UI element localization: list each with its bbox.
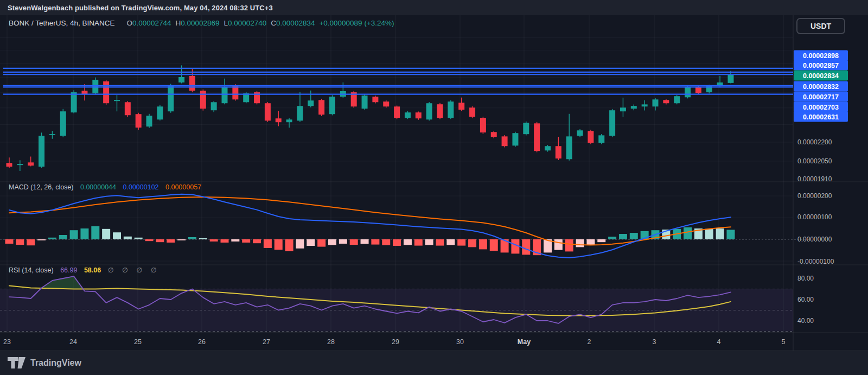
macd-histogram-bar-positive <box>188 237 196 239</box>
macd-histogram-bar-negative <box>221 239 229 243</box>
macd-histogram-bar-positive <box>135 238 143 239</box>
candle <box>211 102 217 110</box>
candle <box>469 107 475 117</box>
symbol-header: BONK / TetherUS, 4h, BINANCEO0.00002744H… <box>9 19 394 27</box>
macd-header: MACD (12, 26, close) 0.00000044 0.000001… <box>9 183 206 191</box>
candle <box>480 118 486 132</box>
macd-histogram-bar-negative <box>16 239 24 245</box>
macd-histogram-bar-negative <box>177 239 186 240</box>
macd-histogram-bar-negative <box>27 239 35 245</box>
candle <box>727 74 733 83</box>
candle <box>81 91 87 94</box>
tradingview-brand-text[interactable]: TradingView <box>30 358 81 368</box>
candle <box>663 100 669 103</box>
low-value: 0.00002740 <box>228 19 266 27</box>
candle <box>598 135 604 143</box>
candle <box>491 132 497 137</box>
rsi-ma-value: 58.06 <box>84 266 101 274</box>
macd-histogram-bar-negative <box>490 239 498 251</box>
currency-toggle-button[interactable]: USDT <box>796 18 845 34</box>
macd-histogram-bar-positive <box>70 230 78 239</box>
candle <box>566 136 572 159</box>
candle <box>372 97 378 102</box>
candle <box>512 133 518 145</box>
candle <box>545 146 551 150</box>
macd-histogram-bar-negative <box>156 239 164 242</box>
candle <box>609 110 615 136</box>
macd-histogram-bar-negative <box>393 239 401 246</box>
candle <box>502 136 508 146</box>
macd-histogram-bar-positive <box>684 227 692 239</box>
macd-histogram-value: 0.00000044 <box>80 183 116 191</box>
macd-histogram-bar-negative <box>37 239 46 240</box>
macd-histogram-bar-negative <box>361 239 369 244</box>
candle <box>60 111 66 136</box>
macd-histogram-bar-negative <box>167 239 175 243</box>
macd-line-value: 0.00000102 <box>123 183 159 191</box>
candle <box>178 77 184 82</box>
time-axis-scale[interactable] <box>0 333 793 351</box>
candle <box>383 101 389 106</box>
candle <box>232 86 238 99</box>
high-label: H <box>175 19 181 27</box>
candle <box>7 163 12 167</box>
rsi-empty-values: ∅ ∅ ∅ ∅ <box>108 266 160 274</box>
candle <box>674 96 680 103</box>
candle <box>200 91 206 109</box>
candle <box>653 99 659 106</box>
tradingview-logo-icon[interactable] <box>8 357 26 369</box>
macd-histogram-bar-negative <box>457 239 465 246</box>
candle <box>556 146 561 158</box>
open-value: 0.00002744 <box>132 19 171 27</box>
footer-bar: TradingView <box>0 351 868 375</box>
macd-histogram-bar-negative <box>145 239 154 241</box>
macd-histogram-bar-negative <box>404 239 412 245</box>
macd-histogram-bar-positive <box>608 237 616 239</box>
rsi-value: 66.99 <box>60 266 77 274</box>
macd-histogram-bar-negative <box>522 239 530 255</box>
candle <box>17 164 23 165</box>
macd-histogram-bar-positive <box>113 232 121 239</box>
candle <box>71 92 77 112</box>
macd-title: MACD (12, 26, close) <box>9 183 73 191</box>
candle <box>631 106 637 109</box>
candle <box>685 87 691 97</box>
macd-histogram-bar-positive <box>102 229 110 239</box>
candle <box>426 103 432 119</box>
macd-histogram-bar-negative <box>576 239 584 247</box>
macd-histogram-bar-negative <box>479 239 487 249</box>
candle <box>136 114 142 128</box>
macd-histogram-bar-positive <box>48 238 56 239</box>
candle <box>588 131 593 143</box>
price-axis-scale[interactable] <box>793 15 868 351</box>
candle <box>157 106 163 119</box>
macd-histogram-bar-negative <box>253 239 261 243</box>
candle <box>642 104 648 106</box>
macd-histogram-bar-negative <box>371 239 379 245</box>
candle <box>39 136 44 167</box>
candle <box>222 87 228 103</box>
macd-histogram-bar-negative <box>5 239 14 244</box>
candle <box>286 119 292 122</box>
macd-histogram-bar-negative <box>425 239 433 245</box>
macd-histogram-bar-negative <box>317 239 326 247</box>
macd-histogram-bar-positive <box>124 237 132 239</box>
close-label: C <box>271 19 276 27</box>
symbol-title: BONK / TetherUS, 4h, BINANCE <box>9 19 115 27</box>
macd-histogram-bar-negative <box>285 239 293 251</box>
attribution-bar: StevenWalgenbach published on TradingVie… <box>0 0 868 15</box>
candle <box>49 134 55 135</box>
high-value: 0.00002869 <box>181 19 219 27</box>
macd-histogram-bar-negative <box>339 239 347 244</box>
candle <box>308 100 314 106</box>
low-label: L <box>224 19 228 27</box>
macd-histogram-bar-positive <box>199 238 207 239</box>
macd-histogram-bar-negative <box>586 239 595 245</box>
macd-histogram-bar-negative <box>264 239 272 248</box>
macd-histogram-bar-negative <box>414 239 423 246</box>
macd-histogram-bar-positive <box>91 226 99 239</box>
macd-histogram-bar-negative <box>436 239 444 246</box>
close-value: 0.00002834 <box>276 19 315 27</box>
candle <box>416 112 422 118</box>
candle <box>620 107 626 111</box>
